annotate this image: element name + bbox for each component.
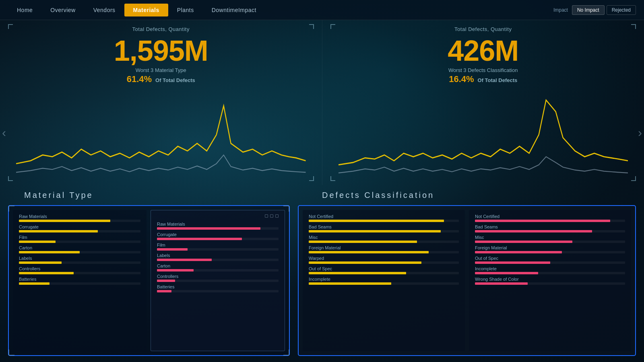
bar-label: Out of Spec [475,256,625,261]
material-pink-subpanel: Raw MaterialsCorrugateFilmLabelsCartonCo… [151,210,285,351]
bar-track [309,230,459,232]
bar-fill-yellow [19,272,74,274]
defects-yellow-subpanel: Not CertifiedBad SeamsMiscForeign Materi… [303,210,465,351]
panel-control[interactable] [270,214,273,218]
left-line-chart [16,88,306,181]
left-chart-value: 1,595M [16,36,306,65]
bar-fill-yellow [19,220,110,222]
bar-label: Batteries [19,277,140,282]
bar-fill-yellow [309,282,391,285]
nav-overview[interactable]: Overview [41,4,84,16]
bar-item: Wrong Shade of Color [475,277,625,285]
bar-item: Raw Materials [157,222,279,230]
bar-track [19,272,140,274]
bar-label: Not Certified [475,214,625,219]
bar-item: Foreign Material [309,245,459,253]
nav-vendors[interactable]: Vendors [85,4,124,16]
bar-item: Misc [309,235,459,243]
bar-label: Misc [475,235,625,240]
bar-fill-yellow [19,230,98,232]
charts-section: Total Defects, Quantity 1,595M Worst 3 M… [0,20,644,185]
right-chart-panel: Total Defects, Quantity 426M Worst 3 Def… [322,20,644,185]
left-chart-percent: 61.4% Of Total Defects [16,74,306,84]
corner-tl [8,24,13,29]
panel-control[interactable] [265,214,268,218]
bar-label: Labels [157,253,279,258]
bar-label: Bad Seams [475,224,625,229]
bar-track [157,290,279,292]
bar-track [19,220,140,222]
top-navigation-bar: Home Overview Vendors Materials Plants D… [0,0,644,20]
bar-track [309,251,459,253]
bar-label: Bad Seams [309,224,459,229]
bar-fill-pink [157,227,260,230]
bar-label: Carton [157,263,279,268]
bar-item: Incomplete [475,266,625,274]
bar-item: Controllers [157,274,279,282]
material-type-panel: Raw MaterialsCorrugateFilmCartonLabelsCo… [8,205,290,356]
bar-track [309,220,459,222]
bar-track [309,261,459,264]
right-line-chart [339,88,628,181]
right-chart-value: 426M [339,36,628,65]
nav-plants[interactable]: Plants [168,4,203,16]
bar-track [19,261,140,264]
bar-fill-pink [157,290,171,292]
bar-fill-pink [475,241,572,243]
nav-materials[interactable]: Materials [124,4,168,16]
bar-item: Labels [19,256,140,264]
bar-label: Film [19,235,140,240]
nav-items: Home Overview Vendors Materials Plants D… [8,4,553,16]
bar-label: Raw Materials [19,214,140,219]
bar-fill-yellow [19,251,80,253]
left-chart-subtitle: Worst 3 Material Type [16,67,306,73]
bar-fill-pink [157,280,175,282]
next-arrow[interactable]: › [638,126,642,140]
bar-item: Out of Spec [309,266,459,274]
bar-label: Controllers [157,274,279,279]
no-impact-filter[interactable]: No Impact [572,5,605,15]
bar-track [475,261,625,264]
bar-track [157,248,279,251]
bar-fill-yellow [19,282,50,285]
panel-control[interactable] [275,214,279,218]
prev-arrow[interactable]: ‹ [2,126,6,140]
bar-track [309,272,459,274]
defects-classification-label: Defects Classification [322,191,620,200]
bar-label: Corrugate [157,232,279,237]
bar-label: Carton [19,245,140,250]
filter-controls: Impact No Impact Rejected [553,5,636,15]
nav-home[interactable]: Home [8,4,41,16]
rejected-filter[interactable]: Rejected [607,5,636,15]
bar-item: Controllers [19,266,140,274]
bar-item: Not Certified [309,214,459,222]
bar-track [475,282,625,285]
bar-track [475,272,625,274]
bar-label: Raw Materials [157,222,279,226]
bar-track [157,259,279,261]
bar-fill-pink [475,282,528,285]
bar-item: Not Certified [475,214,625,222]
bottom-section: Raw MaterialsCorrugateFilmCartonLabelsCo… [0,205,644,362]
bar-fill-yellow [19,261,62,264]
nav-downtime[interactable]: DowntimeImpact [203,4,265,16]
material-yellow-subpanel: Raw MaterialsCorrugateFilmCartonLabelsCo… [13,210,147,351]
bar-item: Carton [157,263,279,272]
bar-track [309,241,459,243]
bar-item: Corrugate [157,232,279,240]
bar-label: Misc [309,235,459,240]
bar-item: Foreign Material [475,245,625,253]
bar-item: Batteries [19,277,140,285]
left-chart-panel: Total Defects, Quantity 1,595M Worst 3 M… [0,20,322,185]
bar-label: Foreign Material [309,245,459,250]
bar-item: Misc [475,235,625,243]
corner-tr [309,24,314,29]
right-corner-br [631,176,636,181]
bar-item: Carton [19,245,140,253]
bar-track [475,251,625,253]
defects-classification-panel: Not CertifiedBad SeamsMiscForeign Materi… [298,205,636,356]
bar-label: Incomplete [309,277,459,282]
bar-track [475,220,625,222]
bar-item: Bad Seams [475,224,625,232]
right-chart-percent: 16.4% Of Total Defects [339,74,628,84]
